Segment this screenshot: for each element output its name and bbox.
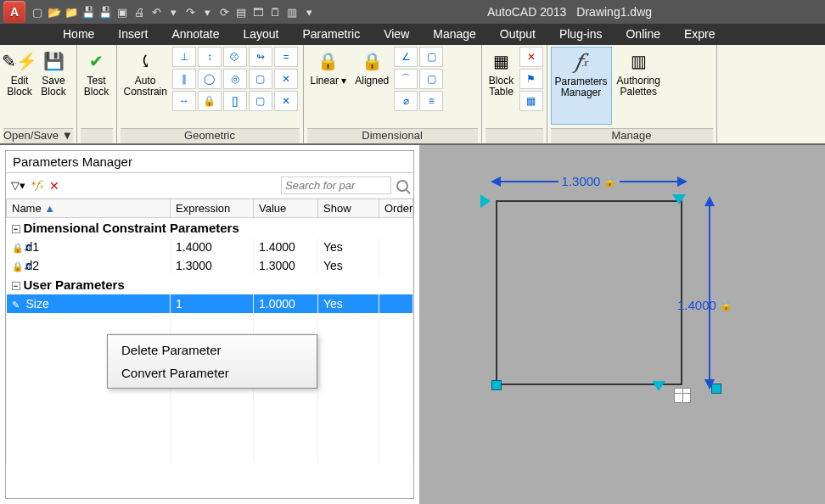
geo-coinc-icon[interactable]: ⛒ xyxy=(223,47,247,67)
geo-collin-icon[interactable]: ✕ xyxy=(274,69,298,89)
block-table-label: BlockTable xyxy=(489,76,514,98)
param-row-d1[interactable]: 🔒⇵d1 1.40001.4000Yes xyxy=(7,238,413,256)
linear-button[interactable]: 🔒 Linear ▾ xyxy=(307,47,351,125)
menu-annotate[interactable]: Annotate xyxy=(160,24,231,45)
bcount-icon[interactable]: ⟳ xyxy=(216,3,233,20)
geo-perp-icon[interactable]: ⊥ xyxy=(172,47,196,67)
authoring-palettes-button[interactable]: ▥ AuthoringPalettes xyxy=(614,47,664,125)
drawing-canvas[interactable]: 1.3000🔒 1.4000🔒 xyxy=(423,145,825,504)
block-table-button[interactable]: ▦ BlockTable xyxy=(485,47,518,125)
geo-vert-icon[interactable]: ↕ xyxy=(198,47,222,67)
geo-del-icon[interactable]: ✕ xyxy=(274,91,298,111)
undo-drop-icon[interactable]: ▾ xyxy=(165,3,182,20)
geo-sym-icon[interactable]: [] xyxy=(223,91,247,111)
ctx-convert-parameter[interactable]: Convert Parameter xyxy=(108,361,317,384)
table-header-row: Name ▲ Expression Value Show Order xyxy=(7,199,413,218)
menu-output[interactable]: Output xyxy=(488,24,547,45)
col-value[interactable]: Value xyxy=(254,199,318,218)
ribbon-group-blocktable: ▦ BlockTable ✕ ⚑ ▦ xyxy=(482,45,547,143)
menu-plugins[interactable]: Plug-ins xyxy=(547,24,615,45)
menu-view[interactable]: View xyxy=(372,24,421,45)
qat-more-icon[interactable]: ▾ xyxy=(300,3,317,20)
geo-eq-icon[interactable]: = xyxy=(274,47,298,67)
dimension-vertical[interactable] xyxy=(703,196,716,389)
group-label-opensave[interactable]: Open/Save ▼ xyxy=(3,128,73,143)
quick-access-toolbar: ▢ 📂 📁 💾 💾 ▣ 🖨 ↶ ▾ ↷ ▾ ⟳ ▤ 🗔 🗒 ▥ ▾ AutoCA… xyxy=(0,0,825,24)
dimension-horizontal[interactable]: 1.3000🔒 xyxy=(491,174,688,188)
save-block-button[interactable]: 💾 SaveBlock xyxy=(37,47,70,125)
menu-manage[interactable]: Manage xyxy=(421,24,488,45)
search-input[interactable] xyxy=(281,176,391,194)
edit-block-button[interactable]: ✎⚡ EditBlock xyxy=(3,47,36,125)
dim-rad-icon[interactable]: ⌒ xyxy=(394,69,418,89)
grip-triangle-icon[interactable] xyxy=(480,194,497,208)
collapse-icon[interactable]: − xyxy=(12,282,20,290)
cloud-icon[interactable]: ▣ xyxy=(114,3,131,20)
menu-layout[interactable]: Layout xyxy=(231,24,290,45)
search-icon[interactable] xyxy=(396,180,408,192)
new-param-fx-icon[interactable]: *𝑓ₓ xyxy=(31,179,44,192)
del-con-icon[interactable]: ✕ xyxy=(519,47,543,67)
save-icon[interactable]: 💾 xyxy=(80,3,97,20)
dim-conv-icon[interactable]: ≡ xyxy=(419,91,443,111)
menu-online[interactable]: Online xyxy=(614,24,671,45)
ctx-delete-parameter[interactable]: Delete Parameter xyxy=(108,339,317,361)
saveas-icon[interactable]: 💾 xyxy=(97,3,114,20)
cstatus-icon[interactable]: ⚑ xyxy=(519,69,543,89)
section-user[interactable]: −User Parameters xyxy=(7,275,413,294)
dim-show-icon[interactable]: ▢ xyxy=(419,47,443,67)
geo-tan-icon[interactable]: ◯ xyxy=(198,69,222,89)
dim-ang-icon[interactable]: ∠ xyxy=(394,47,418,67)
param-row-size[interactable]: ✎Size 11.0000Yes xyxy=(7,294,413,313)
props-icon[interactable]: 🗔 xyxy=(250,3,267,20)
col-expression[interactable]: Expression xyxy=(171,199,254,218)
sheet-icon[interactable]: 🗒 xyxy=(267,3,283,20)
aligned-button[interactable]: 🔒 Aligned xyxy=(351,47,392,125)
redo-drop-icon[interactable]: ▾ xyxy=(199,3,216,20)
menu-parametric[interactable]: Parametric xyxy=(290,24,372,45)
menu-home[interactable]: Home xyxy=(51,24,106,45)
ribbon-group-test: ✔ TestBlock xyxy=(77,45,117,143)
grip-triangle-icon[interactable] xyxy=(652,381,665,398)
test-block-button[interactable]: ✔ TestBlock xyxy=(81,47,113,125)
geo-horiz-icon[interactable]: ↔ xyxy=(172,91,196,111)
dim-hide-icon[interactable]: ▢ xyxy=(419,69,443,89)
csettings-icon[interactable]: ▦ xyxy=(519,91,543,111)
grip-triangle-icon[interactable] xyxy=(672,194,686,211)
plot-icon[interactable]: 🖨 xyxy=(131,3,148,20)
col-order[interactable]: Order xyxy=(379,199,413,218)
geo-fix-icon[interactable]: 🔒 xyxy=(198,91,222,111)
param-row-d2[interactable]: 🔒⇵d2 1.30001.3000Yes xyxy=(7,256,413,275)
menu-express[interactable]: Expre xyxy=(672,24,727,45)
new-icon[interactable]: ▢ xyxy=(29,3,46,20)
group-label-dimensional[interactable]: Dimensional xyxy=(307,128,478,143)
app-menu-button[interactable] xyxy=(3,1,25,23)
filter-icon[interactable]: ▽▾ xyxy=(11,179,25,192)
menu-insert[interactable]: Insert xyxy=(106,24,160,45)
btable-grip-icon[interactable] xyxy=(674,388,691,403)
delete-param-icon[interactable]: ✕ xyxy=(49,179,59,193)
geo-smooth-icon[interactable]: ↬ xyxy=(249,47,272,67)
redo-icon[interactable]: ↷ xyxy=(182,3,199,20)
rectangle-object[interactable] xyxy=(496,200,682,385)
open-icon[interactable]: 📂 xyxy=(46,3,63,20)
collapse-icon[interactable]: − xyxy=(12,225,20,233)
group-label-blocktable xyxy=(485,128,543,143)
parameters-manager-button[interactable]: 𝑓𝑥 ParametersManager xyxy=(551,47,612,125)
geo-conc-icon[interactable]: ◎ xyxy=(223,69,247,89)
grip-box[interactable] xyxy=(491,380,502,390)
section-dimensional[interactable]: −Dimensional Constraint Parameters xyxy=(7,218,413,238)
group-label-geometric[interactable]: Geometric xyxy=(121,128,300,143)
col-show[interactable]: Show xyxy=(318,199,379,218)
undo-icon[interactable]: ↶ xyxy=(148,3,165,20)
geo-hide-icon[interactable]: ▢ xyxy=(249,91,272,111)
col-name[interactable]: Name ▲ xyxy=(7,199,171,218)
workspace-icon[interactable]: ▥ xyxy=(283,3,300,20)
dim-dia-icon[interactable]: ⌀ xyxy=(394,91,418,111)
layer-icon[interactable]: ▤ xyxy=(233,3,250,20)
group-label-manage[interactable]: Manage xyxy=(551,128,713,143)
geo-par-icon[interactable]: ∥ xyxy=(172,69,196,89)
geo-show-icon[interactable]: ▢ xyxy=(249,69,272,89)
open-sheet-icon[interactable]: 📁 xyxy=(63,3,80,20)
auto-constrain-button[interactable]: ⤹ AutoConstrain xyxy=(121,47,171,125)
